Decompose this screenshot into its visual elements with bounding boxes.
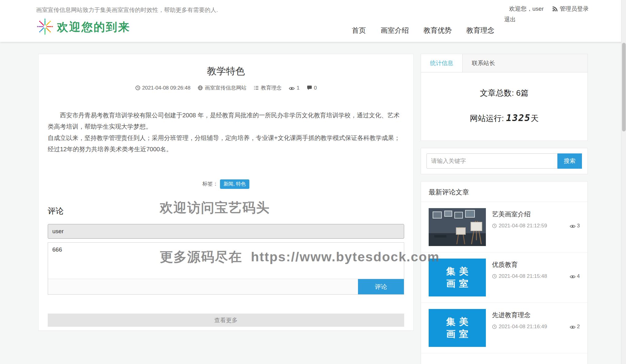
nav-item-studio-intro[interactable]: 画室介绍 bbox=[381, 26, 409, 35]
article-paragraph-1: 西安市丹青易考教育培训学校有限公司创建于2008 年，是经教育局批准的一所民办非… bbox=[48, 110, 404, 132]
article-date: 2021-04-08 09:26:48 bbox=[135, 85, 191, 91]
stat-site-running: 网站运行: 1325天 bbox=[421, 112, 587, 124]
article-comment-count: 0 bbox=[307, 85, 317, 91]
clock-icon bbox=[492, 223, 497, 229]
recent-article-item[interactable]: 集美 画室 优质教育 2021-04-08 21:15:48 bbox=[421, 252, 587, 303]
tag-badge[interactable]: 新闻, 特色 bbox=[220, 179, 250, 189]
article-tags-row: 标签：新闻, 特色 bbox=[48, 179, 404, 189]
recent-article-title[interactable]: 艺美画室介绍 bbox=[492, 210, 580, 219]
article-body: 西安市丹青易考教育培训学校有限公司创建于2008 年，是经教育局批准的一所民办非… bbox=[48, 110, 404, 155]
article-view-count: 1 bbox=[289, 85, 299, 91]
site-logo[interactable]: 欢迎您的到来 bbox=[36, 18, 130, 37]
comment-form-footer: 评论 bbox=[48, 279, 404, 294]
admin-login-link[interactable]: 管理员登录 bbox=[552, 5, 589, 13]
recent-article-meta: 2021-04-08 21:15:48 4 bbox=[492, 273, 580, 279]
article-meta: 2021-04-08 09:26:48 画室宣传信息网站 教育理念 bbox=[48, 84, 404, 91]
article-thumbnail-logo[interactable]: 集美 画室 bbox=[429, 259, 486, 296]
recent-article-item[interactable]: 艺美画室介绍 2021-04-08 21:12:59 bbox=[421, 202, 587, 252]
recent-article-info: 先进教育理念 2021-04-08 21:16:49 bbox=[492, 309, 580, 347]
topbar-user-area: 欢迎您，user 管理员登录 退出 bbox=[504, 5, 589, 24]
sidebar-tabs: 统计信息 联系站长 bbox=[421, 54, 587, 72]
tab-contact-webmaster[interactable]: 联系站长 bbox=[463, 54, 504, 72]
comments-heading: 评论 bbox=[48, 206, 404, 216]
globe-icon bbox=[198, 85, 203, 91]
search-panel: 搜索 bbox=[421, 148, 588, 174]
scrollbar-thumb[interactable] bbox=[622, 43, 626, 131]
sidebar: 统计信息 联系站长 文章总数: 6篇 网站运行: 1325天 搜索 最新评论文章 bbox=[421, 54, 588, 364]
nav-item-education-philosophy[interactable]: 教育理念 bbox=[466, 26, 494, 35]
recent-comments-heading: 最新评论文章 bbox=[421, 182, 587, 202]
article-source: 画室宣传信息网站 bbox=[198, 84, 246, 91]
recent-article-info: 艺美画室介绍 2021-04-08 21:12:59 bbox=[492, 208, 580, 246]
stats-body: 文章总数: 6篇 网站运行: 1325天 bbox=[421, 72, 587, 141]
admin-login-label: 管理员登录 bbox=[560, 5, 589, 13]
search-button[interactable]: 搜索 bbox=[557, 153, 582, 169]
article-thumbnail-photo[interactable] bbox=[429, 208, 486, 246]
welcome-text: 欢迎您，user bbox=[509, 5, 544, 13]
clock-icon bbox=[492, 324, 497, 330]
recent-article-views: 2 bbox=[570, 324, 580, 330]
rss-icon bbox=[552, 6, 558, 12]
recent-article-date: 2021-04-08 21:15:48 bbox=[499, 273, 547, 279]
category-list-icon bbox=[254, 85, 259, 91]
recent-article-title[interactable]: 先进教育理念 bbox=[492, 311, 580, 319]
tab-statistics[interactable]: 统计信息 bbox=[421, 54, 463, 72]
comment-username-input[interactable] bbox=[48, 224, 404, 239]
views-eye-icon bbox=[570, 324, 576, 330]
scrollbar-track[interactable] bbox=[621, 0, 626, 364]
recent-article-meta: 2021-04-08 21:16:49 2 bbox=[492, 324, 580, 330]
views-eye-icon bbox=[570, 223, 576, 229]
article-category[interactable]: 教育理念 bbox=[254, 84, 281, 91]
recent-article-date: 2021-04-08 21:16:49 bbox=[499, 324, 547, 330]
logout-link[interactable]: 退出 bbox=[504, 16, 516, 23]
nav-item-education-advantage[interactable]: 教育优势 bbox=[423, 26, 452, 35]
clock-icon bbox=[492, 273, 497, 279]
search-input[interactable] bbox=[427, 153, 557, 169]
clock-icon bbox=[135, 85, 140, 91]
recent-article-date: 2021-04-08 21:12:59 bbox=[499, 223, 547, 229]
load-more-button[interactable]: 查看更多 bbox=[48, 314, 404, 327]
article-thumbnail-logo[interactable]: 集美 画室 bbox=[429, 309, 486, 347]
tags-label: 标签： bbox=[203, 181, 218, 187]
comment-bubble-icon bbox=[307, 85, 312, 91]
page-content: 教学特色 2021-04-08 09:26:48 画室宣传信息网站 bbox=[38, 54, 588, 364]
recent-comments-panel: 最新评论文章 bbox=[421, 181, 588, 364]
running-days-counter: 1325 bbox=[506, 112, 531, 123]
comment-form: 666 评论 bbox=[48, 242, 404, 295]
recent-article-info: 优质教育 2021-04-08 21:15:48 bbox=[492, 259, 580, 296]
main-nav: 首页 画室介绍 教育优势 教育理念 bbox=[352, 26, 494, 35]
stat-total-articles: 文章总数: 6篇 bbox=[421, 88, 587, 98]
article-title: 教学特色 bbox=[48, 65, 404, 78]
stats-panel: 统计信息 联系站长 文章总数: 6篇 网站运行: 1325天 bbox=[421, 54, 588, 141]
article-card: 教学特色 2021-04-08 09:26:48 画室宣传信息网站 bbox=[38, 54, 414, 331]
site-slogan: 画室宣传信息网站致力于集美画室宣传的时效性，帮助更多有需要的人. bbox=[36, 6, 218, 14]
submit-comment-button[interactable]: 评论 bbox=[358, 279, 404, 294]
recent-article-title[interactable]: 优质教育 bbox=[492, 260, 580, 269]
recent-article-meta: 2021-04-08 21:12:59 3 bbox=[492, 223, 580, 229]
views-eye-icon bbox=[289, 85, 295, 91]
views-eye-icon bbox=[570, 273, 576, 279]
site-header: 画室宣传信息网站致力于集美画室宣传的时效性，帮助更多有需要的人. 欢迎您，use… bbox=[0, 0, 626, 42]
article-paragraph-2: 自成立以来，坚持教学管理责任到人；采用分班管理，分组辅导，定向培养，专业课+文化… bbox=[48, 132, 404, 155]
recent-article-item[interactable]: 集美 画室 先进教育理念 2021-04-08 21:16:49 bbox=[421, 303, 587, 353]
logo-text: 欢迎您的到来 bbox=[57, 20, 130, 35]
starburst-logo-icon bbox=[36, 18, 54, 37]
comment-textarea[interactable]: 666 bbox=[48, 243, 404, 279]
recent-article-views: 3 bbox=[570, 223, 580, 229]
nav-item-home[interactable]: 首页 bbox=[352, 26, 366, 35]
recent-article-views: 4 bbox=[570, 273, 580, 279]
